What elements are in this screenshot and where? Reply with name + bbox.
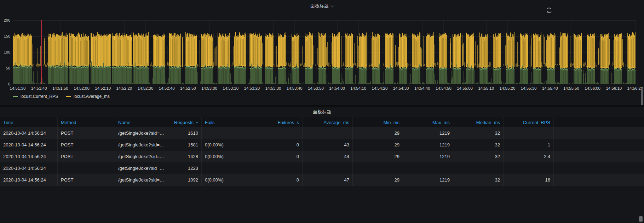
x-tick-14:55:40: 14:55:40: [539, 86, 561, 90]
column-header-label: Median_ms: [476, 120, 500, 125]
table-panel: 面板标题 TimeMethodNameRequestsFailsFailures…: [0, 107, 644, 223]
legend-item-locust.Current_RPS[interactable]: locust.Current_RPS: [13, 94, 58, 99]
x-tick-14:54:00: 14:54:00: [326, 86, 349, 90]
x-tick-14:56:00: 14:56:00: [581, 86, 604, 90]
graph-panel-title[interactable]: 面板标题: [310, 3, 334, 9]
cell-median-ms: 32: [453, 127, 504, 139]
row-filler: [554, 127, 644, 139]
cell-failures-s: 0: [252, 139, 303, 151]
column-header-min-ms[interactable]: Min_ms: [353, 117, 403, 127]
graph-panel-title-text: 面板标题: [310, 3, 329, 9]
cell-requests: 1092: [166, 174, 202, 186]
table-row-1: 2020-10-04 14:56:24POST/getSingleJoke?si…: [0, 127, 644, 139]
cell-name: /getSingleJoke?sid=…: [115, 162, 166, 174]
cell-current-rps: 1: [504, 139, 554, 151]
cell-time: 2020-10-04 14:56:24: [0, 127, 58, 139]
x-tick-14:53:10: 14:53:10: [219, 86, 242, 90]
column-header-label: Average_ms: [323, 120, 349, 125]
legend-item-locust.Average_ms[interactable]: locust.Average_ms: [66, 94, 110, 99]
column-header-name[interactable]: Name: [115, 117, 166, 127]
column-header-failures-s[interactable]: Failures_s: [252, 117, 303, 127]
graph-canvas[interactable]: [13, 20, 636, 84]
cell-name: /getSingleJoke?sid=…: [115, 174, 166, 186]
table-panel-title[interactable]: 面板标题: [313, 109, 331, 115]
column-header-method[interactable]: Method: [58, 117, 115, 127]
cell-method: [58, 162, 115, 174]
cell-requests: 1610: [166, 127, 202, 139]
cell-min-ms: 29: [353, 174, 403, 186]
cell-requests: 1223: [166, 162, 202, 174]
x-tick-14:55:30: 14:55:30: [517, 86, 540, 90]
cell-method: POST: [58, 139, 115, 151]
x-tick-14:55:50: 14:55:50: [560, 86, 582, 90]
cell-fails: 0(0.00%): [202, 151, 252, 162]
cell-name: /getSingleJoke?sid=…: [115, 139, 166, 151]
cell-median-ms: [453, 162, 504, 174]
column-header-label: Time: [3, 120, 13, 125]
cell-average-ms: [303, 127, 353, 139]
column-header-fails[interactable]: Fails: [202, 117, 252, 127]
column-header-label: Max_ms: [432, 120, 450, 125]
refresh-button[interactable]: [545, 7, 553, 15]
column-header-label: Fails: [205, 120, 214, 125]
cell-current-rps: [504, 162, 554, 174]
column-header-label: Current_RPS: [523, 120, 550, 125]
scrollbar-corner-handle[interactable]: [639, 216, 643, 222]
column-header-label: Name: [118, 120, 131, 125]
table-header-filler: [554, 117, 644, 127]
graph-panel: 面板标题 050100150200 14:51:3014:51:4014:51:…: [0, 0, 644, 105]
x-tick-14:52:30: 14:52:30: [134, 86, 157, 90]
legend-label: locust.Current_RPS: [21, 94, 58, 99]
table-row-2: 2020-10-04 14:56:24POST/getSingleJoke?si…: [0, 139, 644, 151]
column-header-current-rps[interactable]: Current_RPS: [504, 117, 554, 127]
cell-average-ms: 44: [303, 151, 353, 162]
column-header-median-ms[interactable]: Median_ms: [453, 117, 504, 127]
cell-max-ms: 1219: [403, 139, 453, 151]
table-row-5: 2020-10-04 14:56:24POST/getSingleJoke?si…: [0, 174, 644, 186]
cell-method: POST: [58, 174, 115, 186]
cell-requests: 1428: [166, 151, 202, 162]
x-tick-14:53:20: 14:53:20: [241, 86, 263, 90]
cell-min-ms: 29: [353, 127, 403, 139]
column-header-label: Failures_s: [278, 120, 299, 125]
cell-fails: 0(0.00%): [202, 139, 252, 151]
x-tick-14:52:50: 14:52:50: [177, 86, 199, 90]
column-header-requests[interactable]: Requests: [166, 117, 202, 127]
column-header-average-ms[interactable]: Average_ms: [303, 117, 353, 127]
column-header-label: Requests: [174, 120, 194, 125]
table-panel-title-text: 面板标题: [313, 109, 331, 115]
column-header-max-ms[interactable]: Max_ms: [403, 117, 453, 127]
legend-swatch-icon: [13, 96, 18, 97]
x-tick-14:52:20: 14:52:20: [113, 86, 136, 90]
cell-min-ms: 29: [353, 151, 403, 162]
cell-time: 2020-10-04 14:56:24: [0, 139, 58, 151]
cell-method: POST: [58, 127, 115, 139]
legend-label: locust.Average_ms: [74, 94, 110, 99]
page-scrollbar-thumb[interactable]: [641, 89, 643, 105]
graph-legend: locust.Current_RPSlocust.Average_ms: [13, 94, 110, 99]
x-tick-14:52:00: 14:52:00: [70, 86, 93, 90]
cell-failures-s: [252, 127, 303, 139]
row-filler: [554, 151, 644, 162]
cell-fails: 0(0.00%): [202, 174, 252, 186]
cell-average-ms: 43: [303, 139, 353, 151]
cell-max-ms: 1219: [403, 127, 453, 139]
cell-max-ms: 1219: [403, 174, 453, 186]
cell-max-ms: 1219: [403, 151, 453, 162]
x-tick-14:55:10: 14:55:10: [475, 86, 498, 90]
table-rows: 2020-10-04 14:56:24POST/getSingleJoke?si…: [0, 127, 644, 186]
cell-average-ms: [303, 162, 353, 174]
cell-time: 2020-10-04 14:56:24: [0, 162, 58, 174]
cell-median-ms: 32: [453, 151, 504, 162]
table-row-3: 2020-10-04 14:56:24POST/getSingleJoke?si…: [0, 151, 644, 162]
x-tick-14:54:50: 14:54:50: [432, 86, 455, 90]
chevron-down-icon: [331, 4, 334, 7]
x-tick-14:51:50: 14:51:50: [49, 86, 71, 90]
x-tick-14:53:00: 14:53:00: [198, 86, 221, 90]
cell-name: /getSingleJoke?sid=…: [115, 127, 166, 139]
y-tick-200: 200: [0, 18, 10, 22]
cell-average-ms: 47: [303, 174, 353, 186]
column-header-time[interactable]: Time: [0, 117, 58, 127]
table-row-4: 2020-10-04 14:56:24/getSingleJoke?sid=…1…: [0, 162, 644, 174]
x-tick-14:54:30: 14:54:30: [390, 86, 412, 90]
